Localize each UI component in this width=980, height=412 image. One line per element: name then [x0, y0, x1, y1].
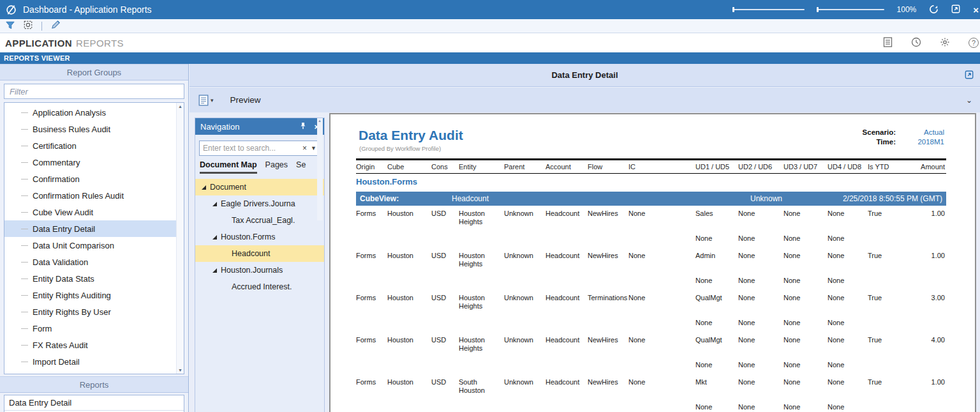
- group-item-label: Cube View Audit: [33, 208, 93, 217]
- group-item[interactable]: Data Entry Detail: [4, 220, 176, 237]
- nav-tree-item[interactable]: Houston.Journals: [195, 262, 324, 278]
- cell-empty: [431, 227, 459, 248]
- group-item[interactable]: Entity Data Stats: [4, 270, 176, 287]
- expander-icon[interactable]: [212, 235, 217, 240]
- cell-empty: [356, 354, 387, 374]
- group-item[interactable]: Confirmation: [4, 171, 176, 187]
- report-list-icon[interactable]: [883, 37, 893, 49]
- time-value: 2018M1: [905, 138, 944, 146]
- cell-ud4: None: [828, 290, 868, 312]
- cell-amount: 3.00: [911, 290, 946, 312]
- report-item[interactable]: Data Entry Detail: [4, 395, 184, 411]
- tab-pages[interactable]: Pages: [265, 160, 288, 174]
- cell-empty: [459, 227, 504, 248]
- cell-ud4: None: [828, 374, 868, 396]
- filter-input[interactable]: [4, 84, 184, 99]
- cell-empty: [459, 270, 504, 290]
- nav-tree-item[interactable]: Accrued Interest.: [195, 278, 324, 295]
- filter-funnel-icon[interactable]: [6, 20, 15, 32]
- cell-empty: [628, 396, 695, 412]
- group-item[interactable]: Form: [4, 320, 176, 337]
- zoom-slider-2[interactable]: [817, 9, 884, 10]
- pin-icon[interactable]: [300, 122, 306, 132]
- nav-tree-item[interactable]: Tax Accrual_Eagl.: [195, 212, 324, 229]
- zoom-slider-1[interactable]: [733, 9, 805, 10]
- group-item[interactable]: Import Detail (Account Mapping): [4, 370, 176, 374]
- groups-scrollbar[interactable]: ▲ ▼: [176, 103, 184, 374]
- tab-document-map[interactable]: Document Map: [200, 160, 257, 174]
- group-item[interactable]: Certification: [4, 137, 176, 154]
- nav-tree-item[interactable]: Document: [195, 179, 324, 195]
- column-header: Parent: [504, 160, 546, 174]
- cell-empty: [868, 270, 911, 290]
- cell-empty: [588, 354, 628, 374]
- cell-empty: [911, 396, 946, 412]
- cell-ud1: Sales: [695, 206, 738, 227]
- refresh-icon[interactable]: [929, 4, 939, 15]
- document-menu-button[interactable]: ▾: [198, 95, 214, 106]
- quick-toolbar: [0, 19, 980, 33]
- cell-ud4: None: [828, 248, 868, 270]
- nav-tree-item[interactable]: Headcount: [195, 245, 324, 262]
- cell-ic: None: [628, 290, 695, 312]
- cell-ud4-sub: None: [828, 270, 868, 290]
- scroll-down-icon[interactable]: ▼: [178, 368, 182, 372]
- window-title: Dashboard - Application Reports: [23, 4, 152, 15]
- cell-empty: [504, 396, 546, 412]
- clear-search-icon[interactable]: ×: [302, 144, 307, 153]
- clock-icon[interactable]: [911, 37, 921, 49]
- cell-ud4: None: [828, 206, 868, 227]
- popout-icon[interactable]: [951, 4, 960, 15]
- sidebar: Report Groups Application AnalysisBusine…: [0, 64, 189, 412]
- cell-empty: [356, 312, 387, 332]
- cell-empty: [588, 227, 628, 248]
- group-item-label: Entity Rights By User: [33, 307, 111, 317]
- report-pov: Scenario: Actual Time: 2018M1: [863, 128, 944, 146]
- group-item[interactable]: Data Validation: [4, 254, 176, 270]
- cell-parent: Unknown: [504, 332, 546, 354]
- close-icon[interactable]: ×: [973, 5, 979, 15]
- search-options-chevron-icon[interactable]: ▼: [311, 145, 316, 151]
- select-region-icon[interactable]: [24, 20, 33, 32]
- cell-empty: [911, 312, 946, 332]
- group-item[interactable]: Data Unit Comparison: [4, 237, 176, 254]
- navigation-scrollbar[interactable]: ▲: [317, 118, 323, 220]
- group-item[interactable]: Cube View Audit: [4, 204, 176, 220]
- report-row: FormsHoustonUSDSouth HoustonUnknownHeadc…: [356, 374, 946, 396]
- collapse-chevron-icon[interactable]: ⌄: [966, 96, 972, 105]
- group-item[interactable]: Commentary: [4, 154, 176, 171]
- panel-popout-icon[interactable]: [965, 70, 974, 81]
- cell-empty: [546, 227, 588, 248]
- group-item[interactable]: Import Detail: [4, 353, 176, 370]
- help-icon[interactable]: ?: [969, 38, 979, 48]
- tree-line: [21, 245, 28, 246]
- group-item[interactable]: Entity Rights By User: [4, 303, 176, 320]
- cell-empty: [431, 396, 459, 412]
- tab-se[interactable]: Se: [296, 160, 306, 174]
- scroll-up-icon[interactable]: ▲: [178, 104, 182, 109]
- tree-line: [21, 362, 28, 362]
- cell-ic: None: [628, 374, 695, 396]
- preview-label: Preview: [230, 95, 261, 105]
- gear-icon[interactable]: [940, 37, 950, 49]
- group-item[interactable]: Business Rules Audit: [4, 121, 176, 137]
- nav-tree-item[interactable]: Houston.Forms: [195, 229, 324, 245]
- group-item[interactable]: Entity Rights Auditing: [4, 287, 176, 303]
- expander-icon[interactable]: [212, 268, 217, 273]
- cell-empty: [546, 312, 588, 332]
- column-header: Cons: [431, 160, 459, 174]
- chevron-down-icon: ▾: [211, 97, 214, 103]
- expander-icon[interactable]: [202, 185, 206, 190]
- group-item[interactable]: FX Rates Audit: [4, 337, 176, 353]
- cell-ud3-sub: None: [783, 312, 828, 332]
- group-item[interactable]: Confirmation Rules Audit: [4, 187, 176, 204]
- preview-toolbar: ▾ Preview ⌄: [189, 88, 980, 112]
- cell-ud1-sub: None: [695, 396, 738, 412]
- report-row-sub: NoneNoneNoneNone: [356, 270, 946, 290]
- nav-tree-item[interactable]: Eagle Drivers.Journa: [195, 195, 324, 212]
- group-item[interactable]: Application Analysis: [4, 104, 176, 121]
- navigation-search-input[interactable]: [203, 144, 302, 153]
- edit-pencil-icon[interactable]: [51, 20, 61, 32]
- cell-cube: Houston: [387, 206, 431, 227]
- expander-icon[interactable]: [212, 202, 217, 206]
